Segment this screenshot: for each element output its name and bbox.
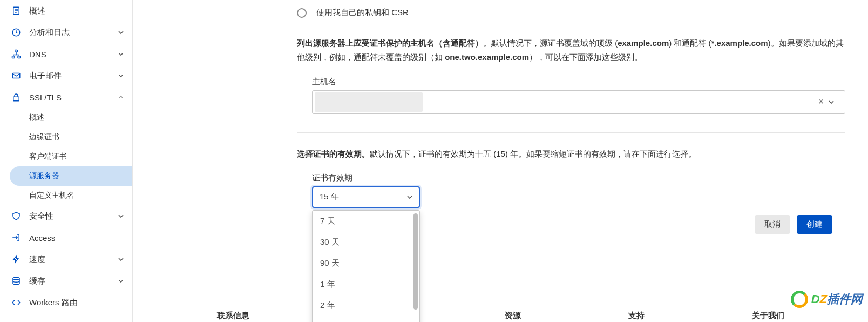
sidebar-sub-custom-host[interactable]: 自定义主机名 bbox=[0, 186, 132, 205]
sidebar-sub-client-cert[interactable]: 客户端证书 bbox=[0, 147, 132, 166]
validity-label: 证书有效期 bbox=[312, 173, 845, 183]
sidebar-item-ssl[interactable]: SSL/TLS bbox=[0, 86, 132, 108]
main-content: 使用我自己的私钥和 CSR 列出源服务器上应受证书保护的主机名（含通配符）。默认… bbox=[133, 0, 868, 322]
validity-dropdown: 7 天 30 天 90 天 1 年 2 年 3 年 bbox=[312, 210, 420, 322]
validity-description: 选择证书的有效期。默认情况下，证书的有效期为十五 (15) 年。如果要缩短证书的… bbox=[297, 147, 845, 161]
hostnames-input[interactable]: × bbox=[312, 90, 845, 114]
sidebar-sub-edge-cert[interactable]: 边缘证书 bbox=[0, 128, 132, 147]
hostnames-label: 主机名 bbox=[312, 77, 845, 87]
radio-label: 使用我自己的私钥和 CSR bbox=[316, 8, 409, 18]
footer-link[interactable]: 支持 bbox=[628, 311, 645, 321]
bolt-icon bbox=[11, 254, 22, 265]
sidebar-label: Workers 路由 bbox=[29, 298, 125, 308]
sidebar-label: 缓存 bbox=[29, 276, 117, 286]
validity-option[interactable]: 3 年 bbox=[313, 316, 419, 322]
clock-icon bbox=[11, 27, 22, 38]
sidebar: 概述 分析和日志 DNS 电子邮件 SSL/T bbox=[0, 0, 133, 322]
sidebar-item-cache[interactable]: 缓存 bbox=[0, 270, 132, 292]
sidebar-label: DNS bbox=[29, 50, 117, 59]
validity-option[interactable]: 1 年 bbox=[313, 274, 419, 295]
create-button[interactable]: 创建 bbox=[797, 215, 832, 234]
sidebar-item-overview[interactable]: 概述 bbox=[0, 0, 132, 22]
watermark-text: DZ插件网 bbox=[811, 291, 863, 307]
sidebar-item-analytics[interactable]: 分析和日志 bbox=[0, 22, 132, 43]
chevron-down-icon bbox=[117, 72, 125, 79]
sidebar-label: 速度 bbox=[29, 254, 117, 265]
sidebar-item-email[interactable]: 电子邮件 bbox=[0, 65, 132, 86]
sidebar-label: 分析和日志 bbox=[29, 28, 117, 38]
chevron-down-icon bbox=[117, 212, 125, 220]
lock-icon bbox=[11, 92, 22, 103]
radio-own-key-csr[interactable]: 使用我自己的私钥和 CSR bbox=[297, 8, 845, 18]
sidebar-label: SSL/TLS bbox=[29, 93, 117, 102]
footer-link[interactable]: 联系信息 bbox=[217, 311, 249, 321]
chevron-down-icon bbox=[117, 29, 125, 36]
form-actions: 取消 创建 bbox=[755, 215, 832, 234]
validity-option[interactable]: 7 天 bbox=[313, 211, 419, 232]
footer-link[interactable]: 关于我们 bbox=[752, 311, 784, 321]
clear-icon[interactable]: × bbox=[813, 96, 829, 108]
chevron-down-icon bbox=[407, 194, 412, 200]
login-icon bbox=[11, 232, 22, 243]
chevron-down-icon bbox=[117, 50, 125, 58]
footer-links: 联系信息 我们的业务 资源 支持 关于我们 bbox=[133, 311, 868, 321]
svg-rect-5 bbox=[15, 50, 18, 52]
radio-icon bbox=[297, 8, 307, 18]
chevron-down-icon bbox=[117, 277, 125, 285]
chevron-down-icon bbox=[117, 256, 125, 263]
sidebar-item-security[interactable]: 安全性 bbox=[0, 205, 132, 227]
footer-link[interactable]: 资源 bbox=[505, 311, 521, 321]
sidebar-sub-origin-server[interactable]: 源服务器 bbox=[10, 166, 132, 186]
svg-rect-7 bbox=[18, 56, 21, 58]
svg-point-10 bbox=[13, 277, 19, 280]
sidebar-label: Access bbox=[29, 233, 125, 243]
validity-option[interactable]: 90 天 bbox=[313, 253, 419, 274]
cancel-button[interactable]: 取消 bbox=[755, 215, 790, 234]
validity-option[interactable]: 30 天 bbox=[313, 232, 419, 253]
sidebar-label: 概述 bbox=[29, 6, 125, 16]
hostnames-description: 列出源服务器上应受证书保护的主机名（含通配符）。默认情况下，源证书覆盖域的顶级 … bbox=[297, 36, 845, 65]
sidebar-label: 电子邮件 bbox=[29, 71, 117, 81]
divider bbox=[297, 132, 845, 133]
code-icon bbox=[11, 297, 22, 308]
chevron-up-icon bbox=[117, 93, 125, 101]
watermark: DZ插件网 bbox=[791, 291, 863, 308]
sidebar-sub-ssl-overview[interactable]: 概述 bbox=[0, 108, 132, 128]
sidebar-item-workers[interactable]: Workers 路由 bbox=[0, 292, 132, 313]
watermark-logo-icon bbox=[791, 291, 808, 308]
database-icon bbox=[11, 276, 22, 286]
validity-select[interactable]: 15 年 bbox=[312, 186, 420, 208]
sidebar-item-dns[interactable]: DNS bbox=[0, 43, 132, 65]
mail-icon bbox=[11, 70, 22, 81]
chevron-down-icon[interactable] bbox=[829, 99, 845, 105]
sidebar-item-access[interactable]: Access bbox=[0, 227, 132, 249]
hostname-tag-redacted bbox=[315, 92, 423, 112]
scrollbar-thumb[interactable] bbox=[413, 213, 418, 310]
document-icon bbox=[11, 5, 22, 16]
sidebar-item-speed[interactable]: 速度 bbox=[0, 249, 132, 270]
hostnames-tags bbox=[313, 92, 813, 112]
network-icon bbox=[11, 49, 22, 59]
shield-icon bbox=[11, 211, 22, 222]
sidebar-label: 安全性 bbox=[29, 211, 117, 222]
select-value: 15 年 bbox=[320, 192, 339, 202]
svg-rect-9 bbox=[13, 97, 19, 101]
svg-rect-6 bbox=[12, 56, 15, 58]
validity-option[interactable]: 2 年 bbox=[313, 295, 419, 316]
